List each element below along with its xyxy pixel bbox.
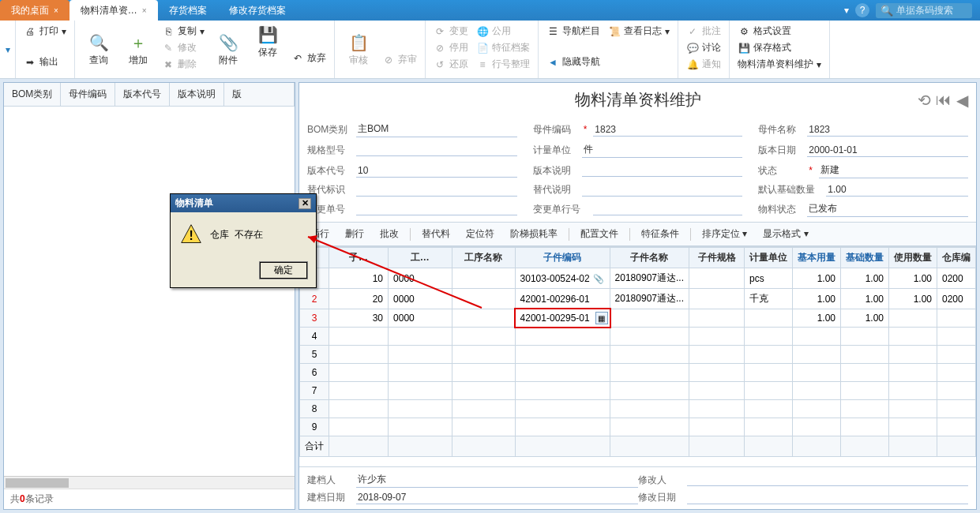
print-button[interactable]: 🖨打印▾ [22,24,68,39]
cell-wh[interactable] [937,309,976,328]
log-button[interactable]: 📜查看日志▾ [606,24,671,39]
field-ver-desc[interactable] [582,164,743,177]
cell-base[interactable]: 1.00 [793,309,841,328]
scrollbar-thumb[interactable] [6,478,69,488]
chevron-down-icon[interactable]: ▾ [844,5,849,16]
cell-base[interactable]: 1.00 [793,268,841,289]
dialog-titlebar[interactable]: 物料清单 ✕ [171,194,316,212]
close-icon[interactable]: ✕ [299,198,311,209]
cell-unit[interactable]: 千克 [745,289,793,309]
left-col-parent-code[interactable]: 母件编码 [61,83,115,106]
alt-button[interactable]: 替代料 [417,226,455,242]
field-alt-flag[interactable] [356,184,517,197]
col-sub[interactable]: 子… [329,248,389,268]
cell-gong[interactable]: 0000 [389,268,452,289]
feature-file-button[interactable]: 📄特征档案 [475,40,531,55]
close-icon[interactable]: × [142,6,147,15]
cell-spec[interactable] [689,289,745,309]
col-base[interactable]: 基本用量 [793,248,841,268]
public-button[interactable]: 🌐公用 [475,24,531,39]
field-ver-date[interactable]: 2000-01-01 [807,144,968,157]
left-col-bom-type[interactable]: BOM类别 [4,83,61,106]
cell-use[interactable]: 1.00 [889,289,937,309]
field-spec[interactable] [356,144,517,156]
field-ver-code[interactable]: 10 [356,164,517,178]
field-mat-status[interactable]: 已发布 [807,201,968,217]
cell-code[interactable]: 42001-00296-01 [515,289,610,309]
modify-button[interactable]: ✎修改 [160,40,206,55]
help-icon[interactable]: ? [855,3,869,17]
col-spec[interactable]: 子件规格 [689,248,745,268]
approve-button[interactable]: ✓批注 [685,24,723,39]
batch-button[interactable]: 批改 [375,226,404,242]
nav-button[interactable]: ☰导航栏目 [545,24,602,39]
table-row[interactable]: 2 20 0000 42001-00296-01 20180907通达... 千… [300,289,976,309]
cell-use[interactable] [889,309,937,328]
format-button[interactable]: ⚙格式设置 [736,24,823,39]
cell-process[interactable] [452,289,515,309]
table-row[interactable]: 7 [300,382,976,400]
feature-button[interactable]: 特征条件 [636,226,684,242]
table-row[interactable]: 1 10 0000 30103-00524-02📎 20180907通达... … [300,268,976,289]
cell-bqty[interactable]: 1.00 [841,289,889,309]
query-button[interactable]: 🔍查询 [81,24,116,75]
cell-sub[interactable]: 10 [329,268,389,289]
discuss-button[interactable]: 💬讨论 [685,40,723,55]
cell-name[interactable]: 20180907通达... [610,289,689,309]
restore-button[interactable]: ↺还原 [432,57,470,72]
cell-process[interactable] [452,309,515,328]
cell-bqty[interactable]: 1.00 [841,309,889,328]
delete-row-button[interactable]: 删行 [340,226,369,242]
ribbon-dropdown[interactable]: ▾ [0,21,16,78]
cell-process[interactable] [452,268,515,289]
field-unit[interactable]: 件 [582,142,743,158]
maintain-button[interactable]: 物料清单资料维护▾ [736,57,823,72]
ok-button[interactable]: 确定 [259,261,308,279]
cell-sub[interactable]: 30 [329,309,389,328]
table-row[interactable]: 8 [300,400,976,418]
field-change-no[interactable] [356,203,517,215]
notify-button[interactable]: 🔔通知 [685,57,723,72]
tab-modify-inventory[interactable]: 修改存货档案 [218,0,297,21]
tab-inventory[interactable]: 存货档案 [158,0,218,21]
table-row[interactable]: 5 [300,346,976,364]
first-icon[interactable]: ⏮ [936,91,952,110]
output-button[interactable]: ➡输出 [22,54,68,69]
table-row[interactable]: 9 [300,418,976,436]
search-box[interactable]: 🔍 [876,3,972,18]
sort-button[interactable]: 排序定位 ▾ [697,226,752,242]
hide-nav-button[interactable]: ◄隐藏导航 [545,54,602,69]
left-col-ver-code[interactable]: 版本代号 [115,83,170,106]
step-button[interactable]: 阶梯损耗率 [505,226,562,242]
cell-name[interactable]: 20180907通达... [610,268,689,289]
copy-button[interactable]: ⎘复制▾ [160,24,206,39]
cell-bqty[interactable]: 1.00 [841,268,889,289]
left-col-ver-desc[interactable]: 版本说明 [170,83,224,106]
search-input[interactable] [896,5,967,16]
cell-base[interactable]: 1.00 [793,289,841,309]
refresh-icon[interactable]: ⟲ [918,91,931,110]
col-bqty[interactable]: 基础数量 [841,248,889,268]
cell-gong[interactable]: 0000 [389,289,452,309]
cell-unit[interactable] [745,309,793,328]
left-col-ver[interactable]: 版 [224,83,295,106]
tab-bom[interactable]: 物料清单资…× [69,0,158,21]
row-organize-button[interactable]: ≡行号整理 [475,57,531,72]
cell-unit[interactable]: pcs [745,268,793,289]
field-alt-desc[interactable] [582,184,743,197]
save-format-button[interactable]: 💾保存格式 [736,40,823,55]
col-process[interactable]: 工序名称 [452,248,515,268]
attach-button[interactable]: 📎附件 [211,24,246,75]
close-icon[interactable]: × [54,6,58,15]
config-button[interactable]: 配置文件 [576,226,623,242]
lookup-icon[interactable]: ▦ [595,312,608,324]
disable-button[interactable]: ⊘停用 [432,40,470,55]
cell-name[interactable] [610,309,689,328]
cell-spec[interactable] [689,309,745,328]
discard-button[interactable]: ↶放弃 [290,51,328,66]
unaudit-button[interactable]: ⊘弃审 [381,52,419,67]
table-row[interactable]: 3 30 0000 42001-00295-01▦ 1.00 1.00 [300,309,976,328]
tab-desktop[interactable]: 我的桌面× [0,0,69,21]
col-gong[interactable]: 工… [389,248,452,268]
field-status[interactable]: 新建 [819,163,968,178]
